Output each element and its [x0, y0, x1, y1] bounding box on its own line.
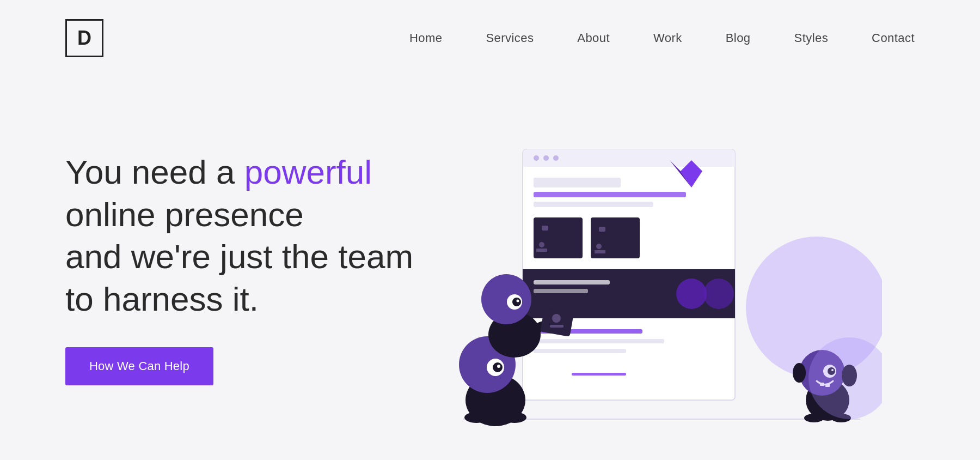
svg-point-12 [539, 242, 544, 247]
svg-rect-7 [534, 178, 621, 187]
svg-rect-22 [534, 289, 588, 293]
svg-rect-28 [572, 373, 626, 376]
svg-point-55 [804, 414, 824, 422]
hero-svg-illustration [436, 138, 882, 444]
svg-point-34 [497, 365, 500, 368]
svg-point-40 [512, 298, 521, 306]
svg-point-53 [793, 363, 806, 383]
svg-point-41 [517, 300, 519, 302]
svg-point-24 [703, 279, 734, 309]
hero-section: You need a powerful online presence and … [0, 76, 980, 460]
svg-rect-8 [534, 192, 686, 197]
svg-rect-17 [595, 250, 605, 253]
nav-blog[interactable]: Blog [726, 31, 751, 45]
cta-button[interactable]: How We Can Help [65, 347, 213, 385]
svg-rect-9 [534, 202, 653, 207]
main-nav: Home Services About Work Blog Styles Con… [409, 31, 915, 45]
hero-illustration [446, 76, 915, 460]
svg-rect-13 [536, 249, 547, 252]
svg-point-16 [596, 244, 602, 249]
svg-point-6 [553, 155, 559, 161]
svg-rect-26 [534, 339, 664, 343]
nav-contact[interactable]: Contact [872, 31, 915, 45]
nav-services[interactable]: Services [486, 31, 534, 45]
nav-home[interactable]: Home [409, 31, 442, 45]
svg-point-23 [676, 279, 707, 309]
svg-rect-21 [534, 280, 610, 285]
svg-point-38 [481, 274, 531, 324]
svg-point-44 [552, 314, 561, 323]
svg-point-35 [464, 412, 488, 423]
svg-rect-10 [534, 217, 583, 258]
svg-point-4 [534, 155, 539, 161]
svg-rect-15 [599, 227, 605, 232]
hero-headline: You need a powerful online presence and … [65, 151, 446, 320]
svg-point-36 [503, 412, 526, 423]
site-logo[interactable]: D [65, 19, 103, 57]
svg-rect-45 [550, 325, 564, 328]
nav-styles[interactable]: Styles [794, 31, 829, 45]
nav-work[interactable]: Work [653, 31, 682, 45]
site-header: D Home Services About Work Blog Styles C… [0, 0, 980, 76]
svg-rect-27 [534, 349, 626, 353]
nav-about[interactable]: About [577, 31, 610, 45]
svg-point-5 [543, 155, 549, 161]
hero-text-block: You need a powerful online presence and … [65, 151, 446, 385]
svg-rect-11 [542, 226, 548, 231]
